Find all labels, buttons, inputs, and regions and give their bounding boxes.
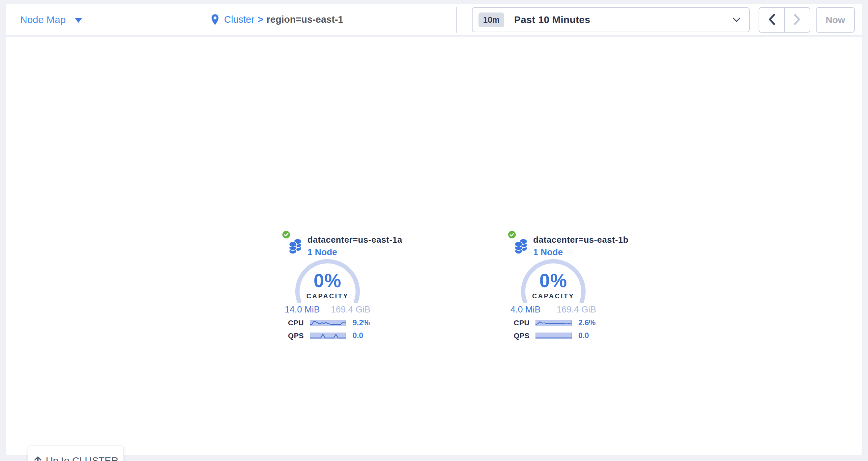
node-map-canvas: datacenter=us-east-1a 1 Node 0% CAPACITY… [6,37,862,455]
cpu-value: 9.2% [352,319,370,327]
capacity-total: 169.4 GiB [331,305,370,315]
datacenter-card-us-east-1b[interactable]: datacenter=us-east-1b 1 Node 0% CAPACITY… [501,228,646,344]
view-selector-label: Node Map [20,14,66,25]
cpu-sparkline [310,320,346,326]
cpu-label: CPU [501,319,530,327]
dropdown-chevron-icon [733,18,741,22]
up-arrow-icon [33,456,42,461]
breadcrumb-current: region=us-east-1 [267,14,343,25]
up-to-cluster-button[interactable]: Up to CLUSTER [28,446,124,461]
cpu-metric-row: CPU 9.2% [275,319,420,327]
forward-arrow-icon [794,14,801,26]
location-pin-icon [211,14,219,25]
qps-value: 0.0 [578,331,589,340]
qps-metric-row: QPS 0.0 [501,331,646,340]
capacity-percent: 0% [520,270,586,291]
cpu-label: CPU [275,319,304,327]
up-to-cluster-label: Up to CLUSTER [46,455,118,461]
capacity-label: CAPACITY [294,292,361,300]
time-range-dropdown[interactable]: 10m Past 10 Minutes [472,7,750,32]
qps-label: QPS [501,332,530,340]
time-back-button[interactable] [759,8,784,32]
header-divider [456,7,457,33]
breadcrumb-separator: > [258,14,263,25]
capacity-gauge: 0% CAPACITY [294,259,361,303]
cpu-sparkline [535,320,572,326]
view-caret-icon [75,18,82,23]
capacity-total: 169.4 GiB [557,305,596,315]
time-nav-group [758,7,810,33]
qps-label: QPS [275,332,304,340]
database-stack-icon [514,237,528,255]
capacity-used: 14.0 MiB [285,305,320,315]
capacity-label: CAPACITY [520,292,586,300]
capacity-percent: 0% [294,270,361,291]
time-range-badge: 10m [478,12,504,27]
capacity-gauge: 0% CAPACITY [520,259,586,303]
back-arrow-icon [768,14,775,26]
qps-sparkline [535,333,572,339]
qps-value: 0.0 [352,331,363,340]
time-range-label: Past 10 Minutes [514,14,590,25]
now-button[interactable]: Now [816,7,855,33]
cpu-metric-row: CPU 2.6% [501,319,646,327]
datacenter-node-count: 1 Node [533,247,646,258]
time-forward-button[interactable] [784,8,810,32]
node-map-page: Node Map Cluster > region=us-east-1 10m … [0,0,868,461]
breadcrumb: Cluster > region=us-east-1 [211,4,343,35]
topbar: Node Map Cluster > region=us-east-1 10m … [6,4,862,36]
datacenter-node-count: 1 Node [307,247,420,258]
view-selector-dropdown[interactable]: Node Map [20,4,82,35]
datacenter-title: datacenter=us-east-1a [307,235,420,245]
qps-sparkline [310,333,346,339]
datacenter-title: datacenter=us-east-1b [533,235,646,245]
datacenter-card-us-east-1a[interactable]: datacenter=us-east-1a 1 Node 0% CAPACITY… [275,228,420,344]
cpu-value: 2.6% [578,319,595,327]
breadcrumb-cluster-link[interactable]: Cluster [224,14,254,25]
capacity-used: 4.0 MiB [510,305,541,315]
database-stack-icon [288,237,302,255]
qps-metric-row: QPS 0.0 [275,331,420,340]
